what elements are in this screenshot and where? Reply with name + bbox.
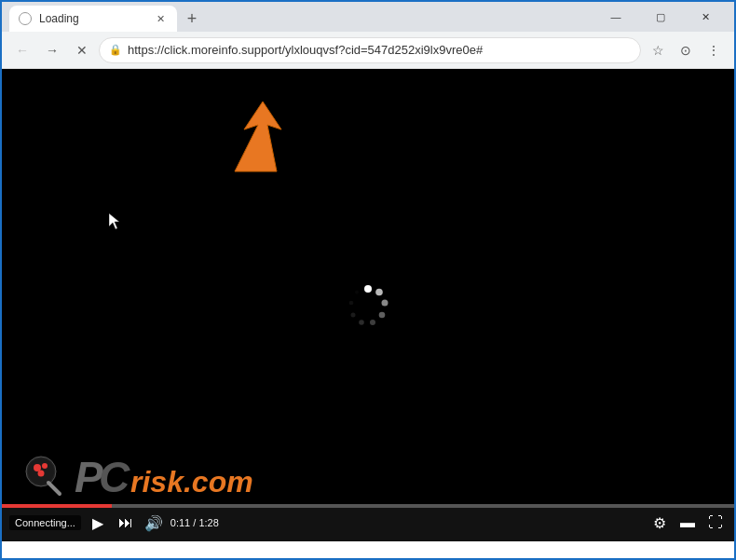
navbar: ← → ✕ 🔒 https://click.moreinfo.support/y… <box>2 32 734 69</box>
svg-text:risk.com: risk.com <box>130 465 253 499</box>
progress-fill <box>2 504 112 508</box>
svg-point-7 <box>351 312 356 317</box>
svg-point-2 <box>375 288 383 295</box>
tab-close-button[interactable]: ✕ <box>153 11 168 26</box>
titlebar: Loading ✕ + — ▢ ✕ <box>2 2 734 32</box>
tab-title: Loading <box>39 12 145 25</box>
svg-line-16 <box>48 483 60 494</box>
lock-icon: 🔒 <box>109 44 122 56</box>
menu-button[interactable]: ⋮ <box>701 37 727 63</box>
time-display: 0:11 / 1:28 <box>170 517 219 528</box>
address-bar[interactable]: 🔒 https://click.moreinfo.support/ylxlouq… <box>99 37 641 63</box>
logo-overlay: P C risk.com <box>20 453 354 499</box>
theater-button[interactable]: ▬ <box>676 512 699 534</box>
svg-point-15 <box>38 471 45 477</box>
progress-track[interactable] <box>2 504 734 508</box>
svg-marker-10 <box>109 213 119 229</box>
svg-point-8 <box>349 300 354 305</box>
url-text: https://click.moreinfo.support/ylxlouqvs… <box>128 43 631 57</box>
svg-point-3 <box>382 299 388 306</box>
svg-point-5 <box>370 320 375 325</box>
svg-point-9 <box>355 290 359 294</box>
browser-content: P C risk.com Connecting... ▶ ⏭ 🔊 0:11 / … <box>2 69 734 541</box>
svg-text:C: C <box>99 453 130 499</box>
nav-actions: ☆ ⊙ ⋮ <box>645 37 727 63</box>
back-button[interactable]: ← <box>9 37 35 63</box>
pcrisk-logo-text: P C risk.com <box>75 453 354 499</box>
bookmark-button[interactable]: ☆ <box>645 37 671 63</box>
svg-point-6 <box>359 320 364 325</box>
video-controls: Connecting... ▶ ⏭ 🔊 0:11 / 1:28 ⚙ ▬ ⛶ <box>2 504 734 541</box>
minimize-button[interactable]: — <box>594 2 637 32</box>
connecting-text: Connecting... <box>9 515 81 530</box>
volume-button[interactable]: 🔊 <box>143 512 165 534</box>
account-button[interactable]: ⊙ <box>673 37 699 63</box>
svg-point-4 <box>379 311 386 318</box>
next-button[interactable]: ⏭ <box>115 512 137 534</box>
forward-button[interactable]: → <box>39 37 65 63</box>
svg-marker-0 <box>235 102 281 171</box>
window-controls: — ▢ ✕ <box>594 2 727 32</box>
pcrisk-icon <box>20 453 67 499</box>
settings-button[interactable]: ⚙ <box>648 512 671 534</box>
svg-point-14 <box>42 463 48 469</box>
loading-spinner <box>345 282 391 329</box>
new-tab-button[interactable]: + <box>179 6 205 32</box>
right-controls: ⚙ ▬ ⛶ <box>648 512 727 534</box>
mouse-cursor <box>109 213 122 226</box>
maximize-button[interactable]: ▢ <box>639 2 682 32</box>
tab-strip: Loading ✕ + <box>9 2 594 32</box>
close-window-button[interactable]: ✕ <box>684 2 727 32</box>
svg-point-1 <box>364 285 372 293</box>
reload-button[interactable]: ✕ <box>69 37 95 63</box>
tab-favicon <box>19 12 32 25</box>
play-button[interactable]: ▶ <box>87 512 109 534</box>
active-tab[interactable]: Loading ✕ <box>9 6 177 32</box>
fullscreen-button[interactable]: ⛶ <box>704 512 727 534</box>
